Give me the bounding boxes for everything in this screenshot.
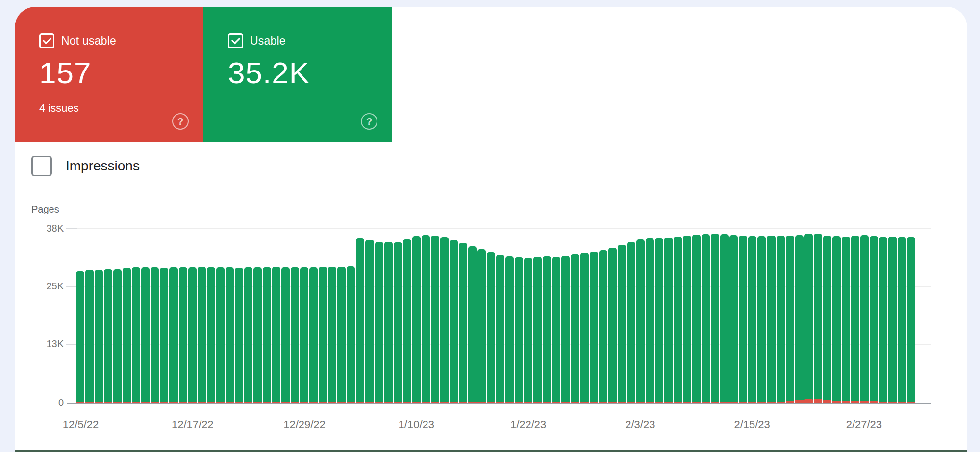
bar[interactable]: [216, 267, 225, 403]
bar[interactable]: [739, 236, 747, 403]
bar[interactable]: [898, 237, 906, 403]
bar[interactable]: [757, 236, 766, 403]
bar[interactable]: [356, 238, 364, 403]
bar[interactable]: [328, 267, 336, 403]
bar[interactable]: [85, 270, 94, 403]
bar[interactable]: [309, 267, 318, 403]
bar[interactable]: [720, 234, 729, 403]
not-usable-checkbox[interactable]: [39, 33, 54, 48]
bar[interactable]: [729, 235, 738, 403]
bar[interactable]: [767, 236, 775, 403]
bar[interactable]: [814, 234, 822, 403]
bar[interactable]: [440, 237, 449, 403]
bar[interactable]: [169, 267, 177, 403]
bar[interactable]: [291, 267, 299, 403]
bar[interactable]: [599, 250, 607, 403]
bar[interactable]: [450, 240, 458, 403]
bar[interactable]: [907, 237, 915, 403]
bar[interactable]: [533, 257, 542, 403]
bar[interactable]: [804, 234, 813, 403]
bar[interactable]: [524, 258, 532, 403]
bar[interactable]: [842, 237, 850, 403]
bar[interactable]: [879, 237, 887, 403]
bar[interactable]: [552, 257, 560, 403]
bar[interactable]: [646, 238, 654, 403]
bar[interactable]: [188, 267, 197, 403]
x-tick-label: 2/3/23: [601, 418, 679, 431]
bar[interactable]: [674, 237, 682, 403]
bar[interactable]: [160, 268, 168, 403]
bar[interactable]: [422, 235, 430, 403]
bar[interactable]: [618, 245, 626, 403]
bar[interactable]: [823, 236, 831, 403]
bar[interactable]: [319, 267, 327, 403]
summary-card-usable[interactable]: Usable 35.2K ?: [203, 7, 392, 142]
bar[interactable]: [487, 252, 495, 403]
bar[interactable]: [580, 253, 589, 403]
bar[interactable]: [207, 267, 215, 403]
bar[interactable]: [870, 236, 878, 403]
bar[interactable]: [132, 267, 140, 403]
bar[interactable]: [375, 242, 383, 403]
bar[interactable]: [337, 267, 346, 403]
bar[interactable]: [795, 235, 804, 403]
usable-checkbox[interactable]: [228, 33, 243, 48]
bar[interactable]: [561, 256, 570, 403]
bar[interactable]: [468, 246, 477, 403]
bar[interactable]: [664, 238, 673, 403]
bar[interactable]: [141, 267, 150, 403]
bar[interactable]: [543, 256, 551, 403]
bar[interactable]: [851, 236, 859, 403]
bar[interactable]: [777, 236, 785, 403]
bar[interactable]: [702, 234, 710, 403]
help-icon[interactable]: ?: [361, 113, 377, 130]
bar[interactable]: [636, 239, 645, 403]
bar[interactable]: [76, 271, 84, 403]
bar[interactable]: [95, 270, 103, 403]
bar[interactable]: [655, 238, 663, 403]
bar[interactable]: [431, 236, 439, 403]
bar[interactable]: [104, 269, 112, 403]
bar[interactable]: [198, 267, 206, 403]
help-icon[interactable]: ?: [172, 113, 189, 130]
bar[interactable]: [711, 234, 719, 403]
bar[interactable]: [123, 268, 131, 403]
bar[interactable]: [412, 236, 421, 403]
bar[interactable]: [300, 267, 308, 403]
bar[interactable]: [832, 236, 841, 403]
impressions-checkbox[interactable]: [31, 156, 52, 176]
bar[interactable]: [683, 236, 691, 403]
bar[interactable]: [253, 267, 262, 403]
bar[interactable]: [394, 242, 402, 403]
bar[interactable]: [505, 256, 514, 403]
bar[interactable]: [365, 240, 374, 403]
bar[interactable]: [403, 239, 411, 403]
bar[interactable]: [748, 236, 756, 403]
bar[interactable]: [571, 254, 579, 403]
bar[interactable]: [515, 257, 523, 403]
bar[interactable]: [113, 269, 122, 403]
bar-not-usable-segment: [440, 402, 449, 403]
bar[interactable]: [272, 267, 280, 403]
bar[interactable]: [627, 242, 635, 403]
bar[interactable]: [263, 267, 271, 403]
bar[interactable]: [692, 235, 701, 403]
bar[interactable]: [608, 248, 617, 403]
bar[interactable]: [347, 266, 355, 403]
summary-card-header: Usable: [228, 33, 286, 48]
summary-card-not-usable[interactable]: Not usable 157 4 issues ?: [15, 7, 203, 142]
bar[interactable]: [244, 267, 252, 403]
bar[interactable]: [179, 267, 187, 403]
bar[interactable]: [888, 237, 897, 403]
bar[interactable]: [384, 242, 393, 403]
bar[interactable]: [151, 267, 159, 403]
bar[interactable]: [281, 267, 290, 403]
bar[interactable]: [235, 268, 243, 403]
bar[interactable]: [226, 267, 234, 403]
bar[interactable]: [860, 235, 869, 403]
bar[interactable]: [477, 249, 486, 403]
bar[interactable]: [459, 243, 467, 403]
bar[interactable]: [496, 255, 504, 403]
bar[interactable]: [590, 252, 598, 403]
bar[interactable]: [786, 236, 794, 403]
